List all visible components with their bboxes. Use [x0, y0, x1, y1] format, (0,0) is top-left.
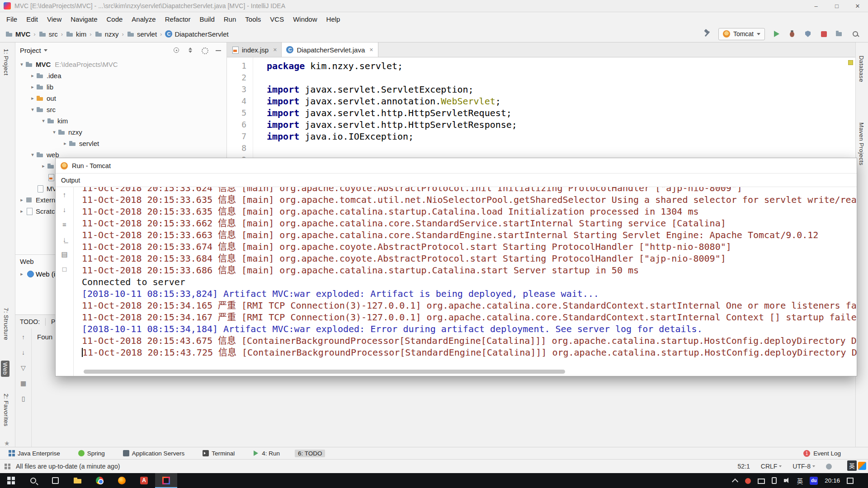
breadcrumb-item-diapatcherservlet[interactable]: DiapatcherServlet	[164, 30, 229, 38]
horizontal-scrollbar[interactable]	[84, 370, 565, 374]
print-icon[interactable]: ▤	[61, 250, 69, 258]
console-line[interactable]: 11-Oct-2018 20:15:33.674 信息 [main] org.a…	[82, 241, 857, 253]
run-window-title-bar[interactable]: Run - Tomcat	[56, 158, 857, 174]
tree-row-nzxy[interactable]: ▾nzxy	[15, 127, 226, 138]
tree-chevron-icon[interactable]: ▸	[29, 95, 36, 101]
menu-item-code[interactable]: Code	[102, 15, 127, 23]
caret-position[interactable]: 52:1	[738, 463, 750, 470]
tree-chevron-icon[interactable]: ▾	[29, 152, 36, 158]
console-line[interactable]: 11-Oct-2018 20:15:33.662 信息 [main] org.a…	[82, 217, 857, 229]
minimize-button[interactable]: –	[806, 0, 826, 12]
tray-expand-icon[interactable]	[731, 477, 738, 484]
menu-item-build[interactable]: Build	[195, 15, 219, 23]
tool-button-spring[interactable]: Spring	[75, 450, 108, 457]
menu-item-file[interactable]: File	[2, 15, 22, 23]
gear-icon[interactable]	[201, 47, 208, 54]
console[interactable]: 11-Oct-2018 20:15:33.624 信息 [main] org.a…	[74, 187, 857, 376]
inspection-indicator[interactable]	[848, 60, 853, 65]
tree-row-mvc[interactable]: ▾MVCE:\IdeaProjects\MVC	[15, 59, 226, 70]
menu-item-refactor[interactable]: Refactor	[160, 15, 195, 23]
maximize-button[interactable]: □	[826, 0, 847, 12]
tablet-icon[interactable]	[772, 477, 777, 484]
ime-language-indicator[interactable]: 英	[797, 476, 803, 485]
tab-diapatcherservlet.java[interactable]: DiapatcherServlet.java×	[282, 42, 378, 57]
console-line[interactable]: 11-Oct-2018 20:15:33.624 信息 [main] org.a…	[82, 187, 857, 194]
close-icon[interactable]: ×	[273, 46, 277, 53]
down-icon[interactable]: ↓	[61, 206, 69, 214]
encoding-select[interactable]: UTF-8	[793, 463, 815, 470]
locate-file-icon[interactable]	[173, 47, 180, 54]
menu-item-navigate[interactable]: Navigate	[66, 15, 102, 23]
project-panel-title[interactable]: Project	[20, 47, 41, 54]
console-line[interactable]: 11-Oct-2018 20:15:34.167 严重 [RMI TCP Con…	[82, 311, 857, 323]
menu-item-help[interactable]: Help	[322, 15, 345, 23]
clear-icon[interactable]: □	[61, 265, 69, 273]
tree-row-src[interactable]: ▾src	[15, 104, 226, 115]
debug-button[interactable]	[788, 29, 797, 38]
console-line[interactable]: [2018-10-11 08:15:34,184] Artifact MVC:w…	[82, 323, 857, 335]
antivirus-icon[interactable]	[745, 478, 751, 484]
down-icon[interactable]: ↓	[19, 348, 28, 357]
tree-chevron-icon[interactable]: ▸	[29, 84, 36, 90]
console-line[interactable]: 11-Oct-2018 20:15:43.725 信息 [ContainerBa…	[82, 347, 857, 358]
favorites-star-icon[interactable]: ★	[4, 440, 10, 447]
action-center-icon[interactable]	[847, 478, 854, 484]
event-log-button[interactable]: 1 Event Log	[803, 450, 841, 457]
group-icon[interactable]: ▦	[19, 379, 28, 387]
hide-panel-icon[interactable]	[215, 47, 222, 54]
tree-row-.idea[interactable]: ▸.idea	[15, 70, 226, 81]
menu-item-edit[interactable]: Edit	[22, 15, 42, 23]
tab-index.jsp[interactable]: index.jsp×	[227, 42, 282, 57]
console-line[interactable]: 11-Oct-2018 20:15:33.635 信息 [main] org.a…	[82, 206, 857, 217]
scroll-end-icon[interactable]: ↓̲	[61, 235, 69, 244]
tree-chevron-icon[interactable]: ▸	[61, 141, 69, 146]
chevron-down-icon[interactable]	[44, 49, 47, 52]
menu-item-window[interactable]: Window	[288, 15, 321, 23]
taskbar-app-a[interactable]	[133, 473, 155, 488]
tree-chevron-icon[interactable]: ▸	[18, 197, 25, 203]
tool-window-switcher-icon[interactable]	[5, 464, 10, 469]
preview-icon[interactable]: ▯	[19, 394, 28, 403]
breadcrumb-item-src[interactable]: src	[38, 30, 59, 38]
output-tab[interactable]: Output	[61, 177, 80, 184]
build-hammer-icon[interactable]	[703, 29, 712, 38]
tool-button-4-run[interactable]: 4: Run	[250, 450, 283, 457]
code-line[interactable]: package kim.nzxy.servlet;	[267, 60, 517, 72]
tree-row-out[interactable]: ▸out	[15, 93, 226, 104]
tree-chevron-icon[interactable]: ▾	[18, 61, 25, 67]
coverage-button[interactable]	[803, 29, 812, 38]
code-line[interactable]: import java.io.IOException;	[267, 131, 517, 142]
close-icon[interactable]: ×	[369, 46, 373, 53]
run-configuration-select[interactable]: Tomcat	[718, 28, 765, 40]
code-line[interactable]: import javax.servlet.http.HttpServletRes…	[267, 119, 517, 131]
menu-item-view[interactable]: View	[42, 15, 66, 23]
console-line[interactable]: 11-Oct-2018 20:15:33.663 信息 [main] org.a…	[82, 229, 857, 241]
breadcrumb-item-kim[interactable]: kim	[65, 30, 87, 38]
taskbar-intellij-idea[interactable]	[155, 473, 177, 488]
tool-button-application-servers[interactable]: Application Servers	[120, 450, 188, 457]
taskbar-file-explorer[interactable]	[66, 473, 89, 488]
code-line[interactable]: import javax.servlet.http.HttpServletReq…	[267, 107, 517, 119]
tool-button-6-todo[interactable]: 6: TODO	[295, 450, 326, 457]
stop-button[interactable]	[819, 29, 828, 38]
console-line[interactable]: 11-Oct-2018 20:15:43.675 信息 [ContainerBa…	[82, 335, 857, 347]
tool-button-terminal[interactable]: Terminal	[199, 450, 238, 457]
code-line[interactable]: import javax.servlet.ServletException;	[267, 84, 517, 95]
breadcrumb-item-servlet[interactable]: servlet	[126, 30, 158, 38]
soft-wrap-icon[interactable]: ≡	[61, 221, 69, 229]
volume-icon[interactable]	[783, 477, 790, 484]
console-line[interactable]: Connected to server	[82, 276, 857, 288]
filter-icon[interactable]: ▽	[19, 364, 28, 372]
clock[interactable]: 20:16	[825, 477, 840, 484]
find-in-path-icon[interactable]	[835, 29, 844, 38]
taskbar-windows-start[interactable]	[0, 473, 22, 488]
tool-button-1-project[interactable]: 1: Project	[2, 47, 10, 77]
breadcrumb-item-nzxy[interactable]: nzxy	[94, 30, 120, 38]
menu-item-tools[interactable]: Tools	[241, 15, 265, 23]
ime-language-badge[interactable]: 英	[847, 460, 857, 471]
tree-chevron-icon[interactable]: ▾	[51, 129, 58, 135]
tree-chevron-icon[interactable]: ▸	[40, 163, 47, 169]
console-line[interactable]: 11-Oct-2018 20:15:33.686 信息 [main] org.a…	[82, 264, 857, 276]
display-icon[interactable]	[758, 479, 765, 484]
code-line[interactable]	[267, 142, 517, 154]
